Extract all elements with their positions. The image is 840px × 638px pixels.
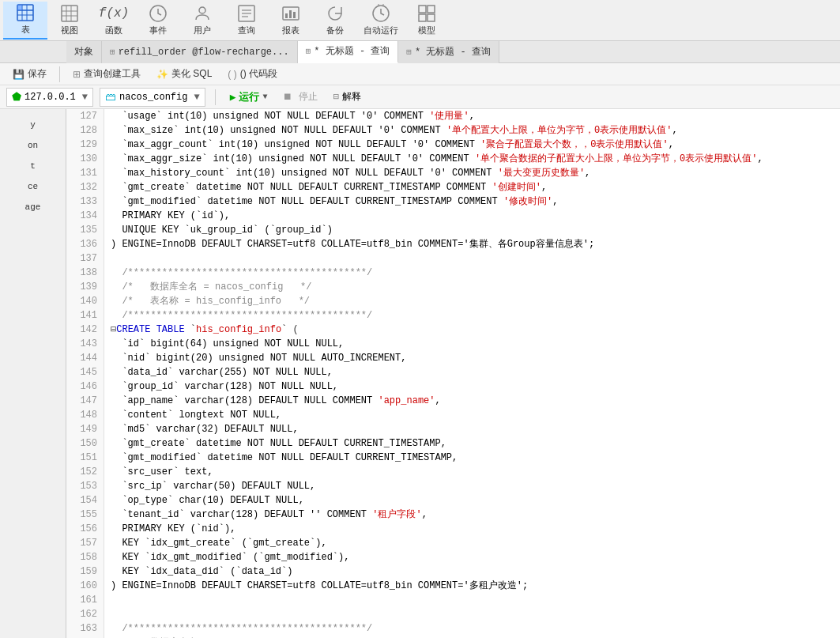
sidebar-item-age[interactable]: age — [2, 198, 65, 217]
code-line-153: `src_ip` varchar(50) DEFAULT NULL, — [111, 479, 834, 493]
sidebar-item-t[interactable]: t — [2, 157, 65, 176]
query-builder-button[interactable]: ⊞ 查询创建工具 — [66, 66, 147, 82]
sidebar-label-ce: ce — [28, 182, 38, 191]
code-line-152: `src_user` text, — [111, 465, 834, 479]
line-number-144: 144 — [73, 351, 97, 365]
view-icon — [60, 4, 79, 23]
tab-untitled1[interactable]: ⊞ * 无标题 - 查询 — [298, 41, 399, 63]
svg-rect-24 — [419, 14, 426, 21]
toolbar-event[interactable]: 事件 — [136, 2, 180, 40]
code-line-135: UNIQUE KEY `uk_group_id` (`group_id`) — [111, 223, 834, 237]
tab-untitled2-label: * 无标题 - 查询 — [415, 45, 491, 59]
line-number-145: 145 — [73, 365, 97, 379]
toolbar-function-label: 函数 — [105, 25, 122, 36]
sidebar-item-ce[interactable]: ce — [2, 177, 65, 196]
svg-rect-23 — [428, 6, 435, 13]
tab-refill[interactable]: ⊞ refill_order @flow-recharge... — [102, 41, 298, 63]
code-line-148: `content` longtext NOT NULL, — [111, 408, 834, 422]
tab-untitled2[interactable]: ⊞ * 无标题 - 查询 — [398, 41, 499, 63]
line-number-147: 147 — [73, 394, 97, 408]
stop-button[interactable]: ⏹ 停止 — [278, 89, 322, 105]
connection-selector[interactable]: ⬟ 127.0.0.1 ▼ — [6, 88, 93, 107]
tab-bar: 对象 ⊞ refill_order @flow-recharge... ⊞ * … — [0, 41, 840, 63]
toolbar-model[interactable]: 模型 — [405, 2, 449, 40]
line-number-134: 134 — [73, 209, 97, 223]
toolbar-table[interactable]: 表 — [3, 2, 47, 40]
tab-untitled1-icon: ⊞ — [306, 46, 311, 56]
code-line-144: `nid` bigint(20) unsigned NOT NULL AUTO_… — [111, 351, 834, 365]
backup-icon — [326, 4, 345, 23]
table-icon — [16, 3, 35, 22]
save-button[interactable]: 💾 保存 — [6, 66, 53, 82]
beautify-label: 美化 SQL — [171, 67, 212, 81]
code-line-141: /***************************************… — [111, 308, 834, 323]
toolbar-backup[interactable]: 备份 — [313, 2, 357, 40]
toolbar-backup-label: 备份 — [326, 25, 344, 36]
toolbar-report[interactable]: 报表 — [269, 2, 313, 40]
code-snippet-icon: ( ) — [228, 69, 236, 80]
toolbar-view[interactable]: 视图 — [47, 2, 92, 40]
line-number-148: 148 — [73, 408, 97, 422]
code-line-129: `max_aggr_count` int(10) unsigned NOT NU… — [111, 138, 834, 152]
secondary-toolbar: 💾 保存 ⊞ 查询创建工具 ✨ 美化 SQL ( ) () 代码段 — [0, 63, 840, 85]
collapse-btn[interactable]: ⊟ — [111, 323, 116, 337]
line-number-141: 141 — [73, 308, 97, 323]
beautify-button[interactable]: ✨ 美化 SQL — [150, 66, 218, 82]
line-number-156: 156 — [73, 522, 97, 536]
run-label: 运行 — [239, 90, 259, 104]
line-number-151: 151 — [73, 451, 97, 465]
code-lines[interactable]: `usage` int(10) unsigned NOT NULL DEFAUL… — [104, 109, 840, 638]
code-editor[interactable]: 1271281291301311321331341351361371381391… — [66, 109, 840, 638]
code-snippet-label: () 代码段 — [240, 67, 277, 81]
svg-rect-25 — [428, 14, 435, 21]
toolbar-query-label: 查询 — [238, 25, 255, 36]
db-label: nacos_config — [119, 92, 187, 103]
line-number-132: 132 — [73, 180, 97, 194]
svg-point-12 — [199, 7, 205, 13]
code-line-158: KEY `idx_gmt_modified` (`gmt_modified`), — [111, 550, 834, 564]
run-icon: ▶ — [230, 91, 236, 104]
line-number-140: 140 — [73, 294, 97, 308]
code-line-151: `gmt_modified` datetime NOT NULL DEFAULT… — [111, 451, 834, 465]
db-icon: 🗃 — [105, 91, 116, 104]
toolbar-query[interactable]: 查询 — [224, 2, 269, 40]
toolbar-function[interactable]: f(x) 函数 — [92, 2, 136, 40]
line-number-138: 138 — [73, 266, 97, 280]
line-number-128: 128 — [73, 123, 97, 138]
save-icon: 💾 — [13, 69, 24, 80]
line-number-130: 130 — [73, 152, 97, 166]
code-line-139: /* 数据库全名 = nacos_config */ — [111, 280, 834, 294]
code-line-156: PRIMARY KEY (`nid`), — [111, 522, 834, 536]
database-selector[interactable]: 🗃 nacos_config ▼ — [100, 88, 205, 107]
toolbar-table-label: 表 — [21, 24, 30, 36]
toolbar-user[interactable]: 用户 — [180, 2, 224, 40]
conn-label: 127.0.0.1 — [24, 92, 76, 103]
top-toolbar: 表 视图 f(x) 函数 事件 — [0, 0, 840, 41]
tab-object[interactable]: 对象 — [66, 41, 102, 63]
line-number-131: 131 — [73, 166, 97, 180]
code-line-127: `usage` int(10) unsigned NOT NULL DEFAUL… — [111, 109, 834, 123]
line-number-135: 135 — [73, 223, 97, 237]
toolbar-report-label: 报表 — [282, 25, 299, 36]
model-icon — [417, 4, 436, 23]
sidebar-item-y[interactable]: y — [2, 115, 65, 134]
code-snippet-button[interactable]: ( ) () 代码段 — [221, 66, 284, 82]
query-builder-icon: ⊞ — [73, 69, 81, 80]
tab-refill-icon: ⊞ — [110, 47, 115, 57]
toolbar-autorun[interactable]: 自动运行 — [357, 2, 405, 40]
line-number-137: 137 — [73, 251, 97, 266]
line-number-158: 158 — [73, 550, 97, 564]
line-number-162: 162 — [73, 607, 97, 621]
line-number-153: 153 — [73, 479, 97, 493]
svg-rect-22 — [419, 6, 426, 13]
code-line-134: PRIMARY KEY (`id`), — [111, 209, 834, 223]
code-line-161 — [111, 593, 834, 607]
code-line-138: /***************************************… — [111, 266, 834, 280]
code-line-137 — [111, 251, 834, 266]
beautify-icon: ✨ — [156, 69, 168, 80]
sidebar-item-on[interactable]: on — [2, 136, 65, 155]
code-line-133: `gmt_modified` datetime NOT NULL DEFAULT… — [111, 194, 834, 209]
svg-rect-18 — [285, 13, 288, 18]
explain-button[interactable]: ⊟ 解释 — [329, 89, 366, 105]
run-button[interactable]: ▶ 运行 ▼ — [225, 89, 273, 106]
